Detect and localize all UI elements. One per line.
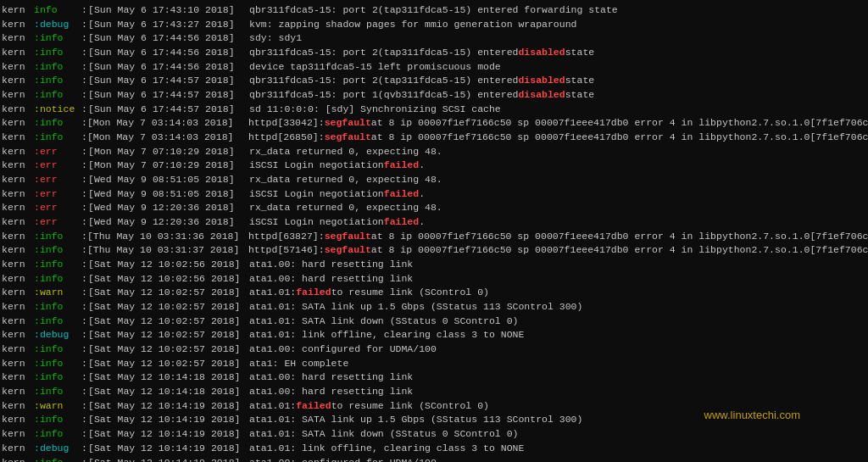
log-date: [Sat May 12 10:02:57 2018]	[88, 314, 249, 329]
log-line: kern:debug: [Sat May 12 10:02:57 2018] a…	[2, 328, 866, 342]
log-level-info: :info	[34, 300, 81, 314]
log-process: kern	[2, 427, 34, 442]
log-message-after: to resume link (SControl 0)	[331, 286, 489, 300]
log-separator: :	[81, 258, 88, 272]
log-message: rx_data returned 0, expecting 48.	[249, 201, 442, 215]
log-keyword-segfault: segfault	[325, 243, 371, 258]
log-line: kern:err: [Mon May 7 07:10:29 2018] iSCS…	[2, 159, 866, 173]
log-line: kern:info: [Sun May 6 17:44:56 2018] sdy…	[2, 31, 866, 46]
log-message-after: at 8 ip 00007f1ef7166c50 sp 00007f1eee41…	[371, 131, 868, 145]
log-line: kern:info: [Sun May 6 17:44:57 2018] qbr…	[2, 88, 866, 103]
log-date: [Sat May 12 10:14:18 2018]	[88, 370, 249, 385]
log-process: kern	[2, 18, 34, 32]
log-separator: :	[81, 31, 88, 46]
log-level-info: :info	[34, 230, 81, 244]
log-separator: :	[81, 230, 87, 244]
log-separator: :	[81, 456, 88, 463]
log-date: [Sat May 12 10:14:19 2018]	[88, 413, 249, 427]
log-line: kern:warn: [Sat May 12 10:02:57 2018] at…	[2, 286, 866, 300]
log-message: ata1.01: link offline, clearing class 3 …	[249, 442, 524, 456]
log-message-after: at 8 ip 00007f1ef7166c50 sp 00007f1eee41…	[371, 116, 868, 131]
log-level-info: :info	[34, 342, 81, 357]
log-keyword-failed: failed	[296, 286, 331, 300]
log-line: kern:info: [Sat May 12 10:02:57 2018] at…	[2, 300, 866, 314]
log-message: device tap311fdca5-15 left promiscuous m…	[249, 60, 501, 75]
log-process: kern	[2, 116, 34, 131]
log-process: kern	[2, 131, 34, 145]
log-keyword-segfault: segfault	[325, 131, 371, 145]
log-date: [Sat May 12 10:02:57 2018]	[88, 328, 249, 342]
log-process: kern	[2, 103, 34, 117]
log-process: kern	[2, 456, 34, 463]
log-message-after: to resume link (SControl 0)	[331, 399, 489, 414]
log-keyword-failed: failed	[384, 187, 419, 202]
log-message: ata1.00: hard resetting link	[249, 272, 413, 287]
log-process: kern	[2, 370, 34, 385]
log-level-warn: :warn	[34, 286, 81, 300]
log-date: [Sun May 6 17:44:57 2018]	[88, 88, 249, 103]
log-message: iSCSI Login negotiation	[249, 215, 384, 230]
log-separator: :	[81, 413, 88, 427]
log-level-info: :info	[34, 116, 81, 131]
log-message: httpd[57146]:	[248, 243, 325, 258]
log-level-info: :info	[34, 31, 81, 46]
log-message: ata1.00: hard resetting link	[249, 258, 413, 272]
log-message-after: .	[419, 159, 425, 173]
log-process: kern	[2, 399, 34, 414]
log-date: [Thu May 10 03:31:37 2018]	[87, 243, 248, 258]
log-message: ata1.00: hard resetting link	[249, 370, 413, 385]
terminal[interactable]: kerninfo: [Sun May 6 17:43:10 2018] qbr3…	[0, 0, 868, 462]
log-separator: :	[81, 342, 88, 357]
log-message: httpd[33042]:	[248, 116, 325, 131]
log-separator: :	[81, 74, 88, 88]
log-message: qbr311fdca5-15: port 1(qvb311fdca5-15) e…	[249, 88, 518, 103]
log-process: kern	[2, 173, 34, 187]
log-level-debug: :debug	[34, 328, 81, 342]
log-process: kern	[2, 413, 34, 427]
log-separator: :	[81, 145, 88, 159]
log-process: kern	[2, 357, 34, 371]
log-message-after: at 8 ip 00007f1ef7166c50 sp 00007f1eee41…	[371, 243, 868, 258]
log-message: ata1.01: SATA link down (SStatus 0 SCont…	[249, 314, 518, 329]
log-message: kvm: zapping shadow pages for mmio gener…	[249, 18, 576, 32]
log-separator: :	[81, 88, 88, 103]
log-date: [Sat May 12 10:14:19 2018]	[88, 427, 249, 442]
log-process: kern	[2, 258, 34, 272]
log-keyword-failed: failed	[384, 159, 419, 173]
log-message: rx_data returned 0, expecting 48.	[249, 173, 442, 187]
log-message-after: .	[419, 187, 425, 202]
log-message: ata1.01:	[249, 286, 296, 300]
log-line: kern:info: [Sat May 12 10:14:19 2018] at…	[2, 427, 866, 442]
log-message: iSCSI Login negotiation	[249, 187, 384, 202]
log-line: kerninfo: [Sun May 6 17:43:10 2018] qbr3…	[2, 3, 866, 18]
log-separator: :	[81, 103, 88, 117]
log-message: iSCSI Login negotiation	[249, 159, 384, 173]
log-keyword-disabled: disabled	[518, 88, 565, 103]
log-message: ata1.00: hard resetting link	[249, 385, 413, 399]
log-process: kern	[2, 328, 34, 342]
log-level-err: :err	[34, 173, 81, 187]
log-date: [Sat May 12 10:14:19 2018]	[88, 399, 249, 414]
log-message-after: state	[565, 74, 595, 88]
log-separator: :	[81, 60, 88, 75]
log-separator: :	[81, 328, 88, 342]
log-level-err: :err	[34, 159, 81, 173]
log-process: kern	[2, 314, 34, 329]
log-separator: :	[81, 131, 87, 145]
log-process: kern	[2, 60, 34, 75]
log-date: [Sat May 12 10:14:19 2018]	[88, 442, 249, 456]
log-line: kern:err: [Wed May 9 12:20:36 2018] rx_d…	[2, 201, 866, 215]
log-keyword-segfault: segfault	[325, 230, 371, 244]
log-line: kern:info: [Mon May 7 03:14:03 2018] htt…	[2, 131, 866, 145]
log-separator: :	[81, 201, 88, 215]
log-line: kern:err: [Wed May 9 12:20:36 2018] iSCS…	[2, 215, 866, 230]
log-separator: :	[81, 427, 88, 442]
log-level-info: :info	[34, 60, 81, 75]
log-separator: :	[81, 18, 88, 32]
log-line: kern:err: [Mon May 7 07:10:29 2018] rx_d…	[2, 145, 866, 159]
log-level-info: :info	[34, 314, 81, 329]
log-line: kern:info: [Sat May 12 10:02:57 2018] at…	[2, 342, 866, 357]
log-separator: :	[81, 286, 88, 300]
log-date: [Sat May 12 10:02:56 2018]	[88, 258, 249, 272]
log-process: kern	[2, 300, 34, 314]
